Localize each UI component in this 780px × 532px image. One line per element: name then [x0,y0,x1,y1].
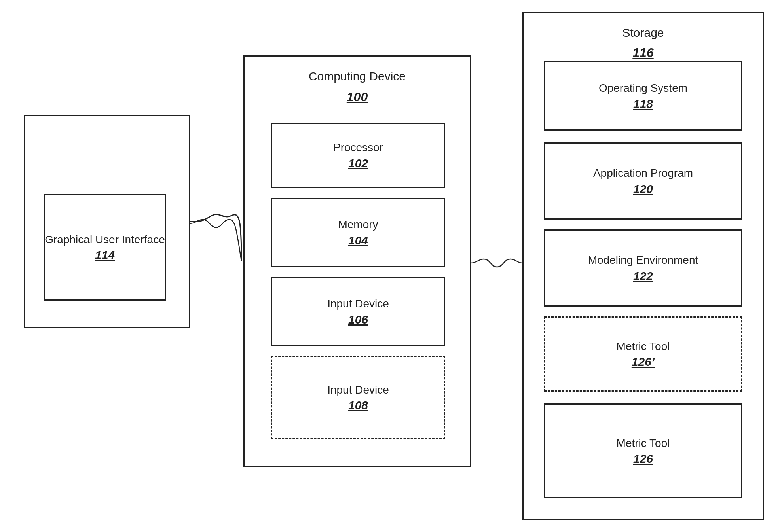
computing-device-number: 100 [245,90,470,104]
metric-tool-126prime-box: Metric Tool 126’ [544,316,742,392]
input-device-106-number: 106 [348,313,368,326]
input-device-108-label: Input Device [327,383,389,397]
operating-system-box: Operating System 118 [544,61,742,131]
processor-label: Processor [333,140,383,155]
input-device-106-box: Input Device 106 [271,277,445,346]
memory-number: 104 [348,234,368,247]
memory-box: Memory 104 [271,198,445,267]
input-device-108-box: Input Device 108 [271,356,445,439]
gui-number: 114 [95,248,115,262]
processor-box: Processor 102 [271,123,445,188]
modeling-environment-number: 122 [633,269,653,283]
metric-tool-126-label: Metric Tool [617,436,670,451]
application-program-number: 120 [633,182,653,196]
metric-tool-126prime-label: Metric Tool [617,339,670,354]
metric-tool-126-number: 126 [633,452,653,466]
modeling-environment-label: Modeling Environment [588,253,698,267]
operating-system-number: 118 [633,97,653,111]
operating-system-label: Operating System [599,81,687,95]
application-program-label: Application Program [593,166,693,180]
input-device-108-number: 108 [348,399,368,412]
application-program-box: Application Program 120 [544,142,742,220]
gui-box: Graphical User Interface 114 [44,194,166,301]
input-device-106-label: Input Device [327,297,389,311]
processor-number: 102 [348,157,368,170]
computing-device-label: Computing Device [245,68,470,84]
storage-number: 116 [524,45,763,60]
diagram: Visual Display Device 112 Graphical User… [0,0,780,532]
memory-label: Memory [338,218,378,232]
modeling-environment-box: Modeling Environment 122 [544,229,742,307]
metric-tool-126-box: Metric Tool 126 [544,403,742,498]
storage-label: Storage [524,25,763,40]
metric-tool-126prime-number: 126’ [632,355,655,369]
gui-label: Graphical User Interface [45,233,165,247]
